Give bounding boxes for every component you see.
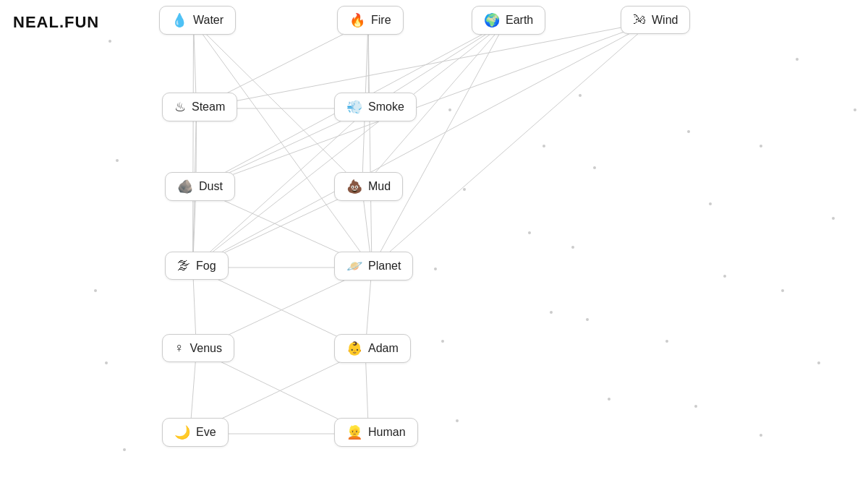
element-card-eve[interactable]: 🌙Eve (162, 418, 229, 447)
background-dot (109, 40, 111, 43)
adam-label: Adam (368, 342, 399, 355)
background-dot (723, 275, 726, 278)
logo: NEAL.FUN (13, 13, 99, 32)
svg-line-7 (193, 22, 506, 267)
earth-emoji: 🌍 (484, 12, 500, 28)
venus-emoji: ♀ (174, 341, 184, 356)
background-dot (586, 318, 589, 321)
background-dot (456, 419, 459, 422)
background-dot (760, 434, 762, 437)
element-card-fog[interactable]: 🌫Fog (165, 252, 229, 280)
background-dot (781, 289, 784, 292)
steam-label: Steam (192, 100, 225, 114)
background-dot (105, 361, 108, 364)
background-dot (550, 311, 553, 314)
background-dot (665, 340, 668, 343)
eve-emoji: 🌙 (174, 424, 190, 440)
adam-emoji: 👶 (346, 341, 362, 356)
background-dot (528, 231, 531, 234)
background-dot (832, 217, 835, 220)
planet-emoji: 🪐 (346, 258, 362, 274)
planet-label: Planet (368, 260, 401, 273)
svg-line-6 (193, 22, 194, 267)
earth-label: Earth (506, 14, 533, 27)
background-dot (441, 340, 444, 343)
smoke-label: Smoke (368, 100, 404, 114)
fire-emoji: 🔥 (349, 12, 365, 28)
background-dot (463, 188, 466, 191)
connections-svg (0, 0, 868, 488)
mud-label: Mud (368, 180, 391, 193)
svg-line-29 (197, 22, 652, 108)
water-emoji: 💧 (171, 12, 187, 28)
background-dot (709, 202, 712, 205)
svg-line-11 (372, 22, 652, 267)
background-dot (608, 398, 610, 401)
background-dot (817, 361, 820, 364)
svg-line-9 (368, 22, 372, 267)
element-card-venus[interactable]: ♀Venus (162, 334, 234, 362)
background-dot (116, 159, 119, 162)
eve-label: Eve (196, 426, 216, 439)
background-dot (854, 108, 856, 111)
background-dot (579, 94, 582, 97)
background-dot (434, 267, 437, 270)
element-card-steam[interactable]: ♨Steam (162, 93, 237, 121)
human-label: Human (368, 426, 406, 439)
svg-line-33 (193, 22, 652, 267)
background-dot (542, 145, 545, 147)
element-card-planet[interactable]: 🪐Planet (334, 252, 413, 281)
background-dot (94, 289, 97, 292)
wind-emoji: 🌬 (633, 12, 646, 27)
element-card-wind[interactable]: 🌬Wind (621, 6, 690, 34)
element-card-mud[interactable]: 💩Mud (334, 172, 403, 201)
steam-emoji: ♨ (174, 99, 186, 115)
background-dot (796, 58, 799, 61)
background-dot (760, 145, 762, 147)
fire-label: Fire (371, 14, 391, 27)
element-card-water[interactable]: 💧Water (159, 6, 236, 35)
water-label: Water (193, 14, 224, 27)
element-card-adam[interactable]: 👶Adam (334, 334, 411, 363)
background-dot (694, 405, 697, 408)
svg-line-31 (196, 22, 652, 188)
smoke-emoji: 💨 (346, 99, 362, 115)
fog-emoji: 🌫 (177, 258, 190, 273)
human-emoji: 👱 (346, 424, 362, 440)
element-card-smoke[interactable]: 💨Smoke (334, 93, 417, 121)
dust-label: Dust (199, 180, 223, 193)
svg-line-10 (372, 22, 506, 267)
background-dot (571, 246, 574, 249)
element-card-earth[interactable]: 🌍Earth (472, 6, 545, 35)
wind-label: Wind (652, 14, 678, 27)
element-card-fire[interactable]: 🔥Fire (337, 6, 404, 35)
mud-emoji: 💩 (346, 179, 362, 194)
background-dot (687, 130, 690, 133)
element-card-human[interactable]: 👱Human (334, 418, 418, 447)
venus-label: Venus (190, 342, 222, 355)
svg-line-8 (194, 22, 373, 267)
element-card-dust[interactable]: 🪨Dust (165, 172, 235, 201)
background-dot (448, 108, 451, 111)
background-dot (593, 166, 596, 169)
fog-label: Fog (196, 260, 216, 273)
background-dot (123, 448, 126, 451)
dust-emoji: 🪨 (177, 179, 193, 194)
